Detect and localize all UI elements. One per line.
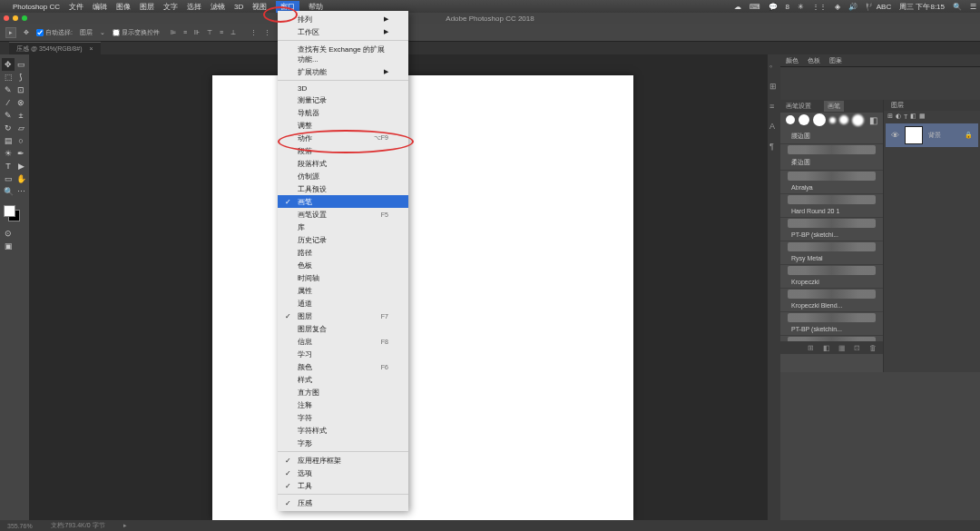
path-select-tool[interactable]: ▶ xyxy=(15,160,27,172)
pen-tool[interactable]: ✒ xyxy=(15,147,27,160)
menu-item[interactable]: ✓图层F7 xyxy=(278,310,408,322)
lasso-tool[interactable]: ⟆ xyxy=(15,71,27,84)
distribute-icon[interactable]: ⋮ xyxy=(250,29,257,36)
menu-item[interactable]: ✓应用程序框架 xyxy=(278,454,408,467)
clock[interactable]: 周三 下午8:15 xyxy=(899,2,945,12)
menu-item[interactable]: 动作⌥F9 xyxy=(278,132,408,144)
menu-help[interactable]: 帮助 xyxy=(309,2,323,12)
distribute-icon[interactable]: ⋮ xyxy=(264,29,270,36)
app-name[interactable]: Photoshop CC xyxy=(13,3,60,11)
align-icon[interactable]: ≡ xyxy=(220,29,223,35)
brush-preset-item[interactable]: Kropeczki Blend... xyxy=(780,300,883,312)
align-icon[interactable]: ⊤ xyxy=(207,29,212,36)
crop-tool[interactable]: ⊡ xyxy=(15,84,27,96)
brush-tip[interactable] xyxy=(786,115,795,124)
menu-item[interactable]: 字形 xyxy=(278,437,408,449)
layer-filter[interactable]: ⊞ xyxy=(887,113,893,120)
brush-footer-icon[interactable]: ◧ xyxy=(823,344,831,352)
menu-item[interactable]: 颜色F6 xyxy=(278,360,408,373)
menu-item[interactable]: 扩展功能▶ xyxy=(278,65,408,78)
history-panel-icon[interactable]: ◦ xyxy=(769,62,779,71)
gradient-tool[interactable]: ▤ xyxy=(2,134,15,147)
para-panel-icon[interactable]: A xyxy=(769,122,779,131)
menu-item[interactable]: 段落 xyxy=(278,144,408,157)
menu-item[interactable]: ✓选项 xyxy=(278,467,408,479)
tab-color[interactable]: 颜色 xyxy=(786,56,799,65)
canvas-area[interactable]: 排列▶工作区▶查找有关 Exchange 的扩展功能...扩展功能▶3D测量记录… xyxy=(29,54,768,525)
status-icon[interactable]: ☁ xyxy=(734,3,741,11)
tab-patterns[interactable]: 图案 xyxy=(829,56,842,65)
menu-edit[interactable]: 编辑 xyxy=(93,2,107,12)
menu-item[interactable]: 时间轴 xyxy=(278,271,408,284)
status-icon[interactable]: ✳ xyxy=(798,3,804,11)
auto-select-checkbox[interactable] xyxy=(36,29,44,36)
align-icon[interactable]: ≡ xyxy=(183,29,187,35)
brush-footer-icon[interactable]: ▦ xyxy=(838,344,847,352)
brush-preset-item[interactable]: PT-BP (sketchin... xyxy=(780,323,883,336)
tab-swatches[interactable]: 色板 xyxy=(808,56,820,65)
foreground-color[interactable] xyxy=(4,205,15,217)
layer-name[interactable]: 背景 xyxy=(928,131,941,140)
close-window-button[interactable] xyxy=(4,15,9,21)
search-icon[interactable]: 🔍 xyxy=(953,3,962,11)
menu-item[interactable]: ✓压感 xyxy=(278,497,408,509)
eyedropper-tool[interactable]: ⁄ xyxy=(2,96,15,109)
doc-info[interactable]: 文档:793.4K/0 字节 xyxy=(51,521,105,530)
brush-preset-item[interactable]: Rysy Metal xyxy=(780,252,883,265)
menu-item[interactable]: 字符样式 xyxy=(278,424,408,437)
status-icon[interactable]: 8 xyxy=(786,3,789,11)
menu-filter[interactable]: 滤镜 xyxy=(211,2,225,12)
list-icon[interactable]: ☰ xyxy=(970,3,976,11)
menu-item[interactable]: 图层复合 xyxy=(278,322,408,335)
maximize-window-button[interactable] xyxy=(22,15,27,21)
brush-preset-item[interactable]: Abralya xyxy=(780,182,883,194)
wifi-icon[interactable]: ⋮⋮ xyxy=(812,3,827,11)
document-canvas[interactable] xyxy=(212,75,633,520)
brush-preset-item[interactable]: 柔边圆 xyxy=(780,155,883,171)
type-panel-icon[interactable]: ¶ xyxy=(769,142,779,151)
align-icon[interactable]: ⊪ xyxy=(194,29,200,36)
menu-item[interactable]: 画笔设置F5 xyxy=(278,208,408,221)
menu-item[interactable]: ✓画笔 xyxy=(278,195,408,208)
menu-select[interactable]: 选择 xyxy=(187,2,201,12)
menu-item[interactable]: 3D xyxy=(278,83,408,93)
quick-mask-tool[interactable]: ⊙ xyxy=(2,227,15,240)
menu-file[interactable]: 文件 xyxy=(69,2,83,12)
quick-select-tool[interactable]: ✎ xyxy=(2,84,15,96)
menu-item[interactable]: 字符 xyxy=(278,411,408,424)
menu-item[interactable]: 学习 xyxy=(278,348,408,360)
menu-text[interactable]: 文字 xyxy=(163,2,178,12)
align-icon[interactable]: ⊫ xyxy=(171,29,176,36)
layer-thumbnail[interactable] xyxy=(905,126,923,144)
menu-item[interactable]: 样式 xyxy=(278,373,408,386)
new-brush-icon[interactable]: ⊡ xyxy=(854,344,862,352)
zoom-level[interactable]: 355.76% xyxy=(7,523,33,529)
chars-panel-icon[interactable]: ≡ xyxy=(769,102,779,111)
brush-tip[interactable] xyxy=(799,114,809,125)
tool-preset-icon[interactable]: ▸ xyxy=(5,27,16,38)
menu-item[interactable]: 通道 xyxy=(278,297,408,310)
dodge-tool[interactable]: ☀ xyxy=(2,147,15,160)
menu-item[interactable]: 色板 xyxy=(278,259,408,271)
menu-3d[interactable]: 3D xyxy=(234,3,243,11)
brush-tip-toggle-icon[interactable]: ◧ xyxy=(869,115,877,125)
layer-filter-icon[interactable]: ◐ xyxy=(896,113,901,120)
healing-tool[interactable]: ⊗ xyxy=(15,96,27,109)
edit-toolbar[interactable]: ⋯ xyxy=(15,185,27,198)
brush-tip[interactable] xyxy=(852,114,864,126)
menu-item[interactable]: 导航器 xyxy=(278,106,408,119)
blur-tool[interactable]: ○ xyxy=(15,134,27,147)
tab-brushes[interactable]: 画笔 xyxy=(824,101,844,112)
brush-preset-item[interactable]: PT-BP (sketchi... xyxy=(780,229,883,241)
delete-brush-icon[interactable]: 🗑 xyxy=(869,344,877,352)
autoselect-target[interactable]: 图层 xyxy=(80,28,93,37)
layer-filter-icon[interactable]: ▦ xyxy=(919,113,926,120)
document-tab[interactable]: 压感 @ 354%(RGB/8#) × xyxy=(9,42,101,55)
menu-item[interactable]: 段落样式 xyxy=(278,157,408,170)
brush-preset-list[interactable]: 腰边圆柔边圆AbralyaHard Round 20 1PT-BP (sketc… xyxy=(780,127,883,341)
menu-item[interactable]: 路径 xyxy=(278,246,408,259)
color-swatch-area[interactable] xyxy=(780,67,980,100)
menu-item[interactable]: 仿制源 xyxy=(278,170,408,182)
menu-item[interactable]: 库 xyxy=(278,221,408,233)
brush-tool[interactable]: ✎ xyxy=(2,109,15,122)
